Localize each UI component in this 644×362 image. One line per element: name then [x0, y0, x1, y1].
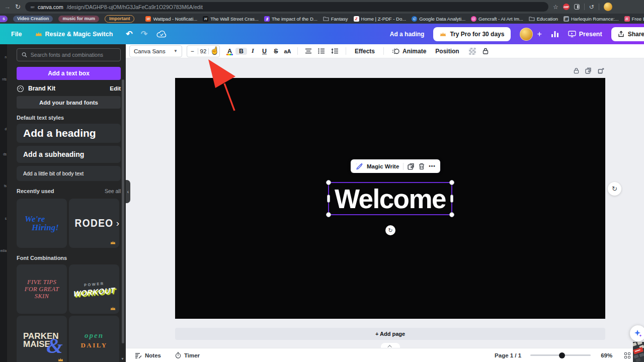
canva-assistant-button[interactable]: [630, 325, 644, 341]
more-options-button[interactable]: •••: [429, 163, 436, 169]
address-bar[interactable]: ≕ canva.com/design/DAGHP8-ujOM/hG3JaFeCa…: [25, 2, 548, 12]
browser-profile-avatar[interactable]: [604, 3, 612, 11]
recent-style-rodeo[interactable]: RODEO: [69, 199, 119, 248]
bookmark-gencraft[interactable]: GGencraft - AI Art Im...: [471, 16, 523, 22]
text-selection-box[interactable]: Welcome: [328, 182, 452, 215]
add-subheading-tile[interactable]: Add a subheading: [17, 146, 121, 163]
bookmark-impact[interactable]: ▮The impact of the D...: [264, 16, 317, 22]
site-info-icon[interactable]: ≕: [30, 5, 34, 10]
rail-fragment: ds: [3, 152, 7, 156]
sidebar-scrollbar[interactable]: [122, 79, 124, 343]
duplicate-icon[interactable]: [408, 163, 415, 170]
gencraft-favicon: G: [471, 16, 476, 22]
text-case-button[interactable]: aA: [282, 48, 293, 54]
position-button[interactable]: Position: [431, 48, 463, 55]
add-brand-fonts-button[interactable]: Add your brand fonts: [17, 96, 121, 109]
text-align-button[interactable]: [305, 48, 312, 54]
bookmark-harlequin[interactable]: ▦Harlequin Romance:...: [564, 16, 619, 22]
reload-icon[interactable]: ↻: [15, 4, 21, 10]
font-size-decrease-button[interactable]: −: [187, 48, 198, 55]
bookmark-google-data[interactable]: CGoogle Data Analyti...: [412, 16, 465, 22]
animate-button[interactable]: Animate: [388, 48, 431, 55]
lock-button[interactable]: [482, 48, 489, 54]
crown-icon: [35, 31, 42, 37]
resize-handle-bottom-right[interactable]: [449, 212, 454, 217]
resize-handle-left[interactable]: [327, 195, 330, 203]
zoom-slider[interactable]: [530, 354, 591, 356]
folder-icon: [323, 16, 329, 21]
rotate-handle[interactable]: ↻: [385, 225, 395, 235]
add-text-box-button[interactable]: Add a text box: [17, 67, 121, 80]
canvas-text[interactable]: Welcome: [329, 183, 451, 214]
bookmark-wall-street[interactable]: HThe Wall Street Cras...: [203, 16, 259, 22]
combo-five-tips[interactable]: FIVE TIPSFOR GREATSKIN: [17, 264, 67, 314]
bookmark-fantasy-folder[interactable]: Fantasy: [323, 16, 348, 22]
design-title[interactable]: Ad a hading: [390, 31, 425, 38]
combo-power-workout[interactable]: POWER WORKOUT: [69, 264, 119, 314]
resize-handle-top-right[interactable]: [449, 180, 454, 185]
resize-handle-right[interactable]: [450, 195, 453, 203]
tab-group-cut[interactable]: s: [0, 16, 8, 22]
sidebar-nav-rail[interactable]: n nts d ds ts s edia: [0, 44, 7, 362]
font-family-select[interactable]: Canva Sans ▼: [129, 45, 182, 57]
transparency-button[interactable]: [469, 48, 476, 55]
try-pro-button[interactable]: Try Pro for 30 days: [433, 27, 511, 41]
bookmark-education-folder[interactable]: Education: [529, 16, 558, 22]
resize-handle-bottom-left[interactable]: [326, 212, 331, 217]
delete-icon[interactable]: [419, 163, 425, 170]
books-favicon: B: [624, 16, 630, 22]
combo-parken-maise[interactable]: PARKENMAISE &: [17, 316, 67, 362]
notes-button[interactable]: Notes: [135, 352, 161, 358]
grid-view-button[interactable]: [624, 352, 630, 358]
zoom-slider-knob[interactable]: [559, 352, 565, 358]
brand-kit-edit-button[interactable]: Edit: [110, 85, 121, 92]
tab-group-video-creation[interactable]: Video Creation: [13, 16, 53, 22]
effects-button[interactable]: Effects: [350, 48, 379, 55]
resize-magic-switch[interactable]: Resize & Magic Switch: [35, 31, 113, 38]
scrollbar-down-arrow[interactable]: ▼: [121, 357, 124, 360]
see-all-link[interactable]: See all: [105, 188, 121, 194]
add-body-text-tile[interactable]: Add a little bit of body text: [17, 166, 121, 181]
forward-icon[interactable]: →: [4, 4, 11, 10]
font-search-input[interactable]: [31, 52, 116, 58]
timer-button[interactable]: Timer: [175, 352, 200, 358]
recent-style-hiring[interactable]: We'reHiring!: [17, 199, 67, 248]
duplicate-page-icon[interactable]: [585, 67, 592, 74]
underline-button[interactable]: U: [259, 48, 270, 55]
line-spacing-button[interactable]: [331, 48, 339, 54]
combo-open-daily[interactable]: open DAILY: [69, 316, 119, 362]
add-page-icon[interactable]: [598, 67, 604, 74]
undo-icon[interactable]: ↶: [126, 30, 132, 38]
side-panel-icon[interactable]: [574, 4, 580, 10]
text-panel-sidebar: n nts d ds ts s edia Add a text box Bran…: [0, 44, 126, 362]
resize-handle-top-left[interactable]: [326, 180, 331, 185]
bookmark-star-icon[interactable]: ☆: [553, 4, 558, 10]
share-button[interactable]: Share: [611, 27, 644, 41]
tab-group-music-for-mum[interactable]: music for mum: [58, 16, 99, 22]
bookmark-free-books[interactable]: BFree Download Books: [624, 16, 644, 22]
font-search-box[interactable]: [17, 48, 121, 61]
add-page-button[interactable]: + Add page: [175, 328, 605, 340]
present-button[interactable]: Present: [568, 31, 602, 38]
carousel-next-icon[interactable]: ›: [116, 218, 119, 229]
redo-icon[interactable]: ↷: [141, 30, 147, 38]
add-heading-tile[interactable]: Add a heading: [17, 124, 121, 143]
bookmark-wattpad[interactable]: WWattpad - Notificati...: [145, 16, 197, 22]
file-menu[interactable]: File: [11, 31, 22, 38]
lock-page-icon[interactable]: [574, 67, 579, 74]
italic-button[interactable]: I: [247, 47, 259, 55]
add-member-button[interactable]: +: [537, 30, 541, 39]
magic-write-button[interactable]: Magic Write: [367, 163, 399, 169]
history-icon[interactable]: ↺: [589, 4, 594, 10]
user-avatar[interactable]: [520, 28, 533, 41]
bullet-list-button[interactable]: [318, 48, 325, 54]
collapse-bottom-bar-tab[interactable]: [381, 343, 400, 348]
sidebar-collapse-handle[interactable]: ‹: [126, 180, 130, 203]
strikethrough-button[interactable]: S: [270, 48, 282, 55]
wall-street-favicon: H: [203, 16, 208, 22]
regenerate-button[interactable]: ↻: [608, 182, 621, 196]
adblock-icon[interactable]: ABP: [563, 4, 570, 10]
tab-group-important[interactable]: Important: [105, 15, 135, 23]
insights-chart-icon[interactable]: [551, 31, 559, 38]
bookmark-zpdf[interactable]: ZHome | Z-PDF - Do...: [354, 16, 407, 22]
